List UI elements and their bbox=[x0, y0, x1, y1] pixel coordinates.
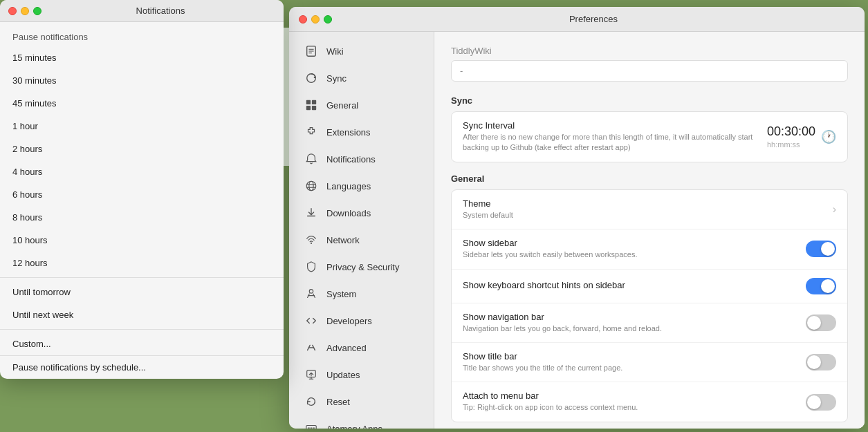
sidebar-item-advanced[interactable]: Advanced bbox=[293, 335, 430, 361]
svg-rect-8 bbox=[312, 106, 316, 110]
navigation-bar-title: Show navigation bar bbox=[463, 312, 806, 322]
keyboard-hints-info: Show keyboard shortcut hints on sidebar bbox=[463, 280, 806, 292]
sync-interval-control[interactable]: 00:30:00 hh:mm:ss 🕐 bbox=[767, 124, 836, 149]
notif-schedule-item[interactable]: Pause notifications by schedule... bbox=[0, 355, 284, 379]
advanced-icon bbox=[304, 341, 318, 355]
notifications-icon bbox=[304, 152, 318, 166]
sync-time-format: hh:mm:ss bbox=[767, 140, 815, 149]
preferences-window: Preferences WikiSyncGeneralExtensionsNot… bbox=[289, 7, 865, 429]
sidebar-item-languages[interactable]: Languages bbox=[293, 173, 430, 199]
title-bar-info: Show title barTitle bar shows you the ti… bbox=[463, 351, 806, 373]
reset-icon bbox=[304, 395, 318, 408]
notif-item-0[interactable]: 15 minutes bbox=[0, 46, 284, 69]
sidebar-item-updates[interactable]: Updates bbox=[293, 361, 430, 388]
sidebar-item-label-languages: Languages bbox=[326, 181, 371, 191]
general-card: ThemeSystem default›Show sidebarSidebar … bbox=[451, 189, 848, 422]
downloads-icon bbox=[304, 206, 318, 220]
menu-bar-toggle[interactable] bbox=[806, 394, 836, 411]
sidebar-item-label-notifications: Notifications bbox=[326, 154, 376, 165]
menu-bar-control[interactable] bbox=[806, 394, 836, 411]
svg-rect-5 bbox=[306, 100, 311, 104]
tiddlywiki-value: - bbox=[451, 60, 848, 82]
atomery-icon bbox=[304, 422, 318, 429]
notif-item-8[interactable]: 10 hours bbox=[0, 229, 284, 252]
keyboard-hints-title: Show keyboard shortcut hints on sidebar bbox=[463, 280, 806, 290]
sidebar-item-extensions[interactable]: Extensions bbox=[293, 119, 430, 145]
theme-control[interactable]: › bbox=[833, 203, 836, 216]
title-bar-toggle[interactable] bbox=[806, 354, 836, 370]
sidebar-item-label-developers: Developers bbox=[326, 316, 372, 326]
wiki-icon bbox=[304, 44, 318, 58]
tiddlywiki-label: TiddlyWiki bbox=[451, 46, 848, 56]
sidebar-item-label-system: System bbox=[326, 289, 356, 299]
sidebar-item-label-reset: Reset bbox=[326, 397, 350, 407]
notif-item-6[interactable]: 6 hours bbox=[0, 183, 284, 206]
sidebar-item-label-sync: Sync bbox=[326, 73, 347, 84]
sidebar-item-developers[interactable]: Developers bbox=[293, 308, 430, 334]
notif-item-9[interactable]: 12 hours bbox=[0, 252, 284, 274]
sidebar-item-wiki[interactable]: Wiki bbox=[293, 38, 430, 64]
minimize-button[interactable] bbox=[21, 7, 29, 15]
sidebar-item-label-extensions: Extensions bbox=[326, 127, 371, 138]
notif-item-3[interactable]: 1 hour bbox=[0, 115, 284, 138]
notif-item-4[interactable]: 2 hours bbox=[0, 138, 284, 160]
extensions-icon bbox=[304, 125, 318, 139]
prefs-window-title: Preferences bbox=[332, 14, 855, 24]
sidebar-item-privacy[interactable]: Privacy & Security bbox=[293, 254, 430, 280]
navigation-bar-toggle[interactable] bbox=[806, 314, 836, 331]
navigation-bar-control[interactable] bbox=[806, 314, 836, 331]
notif-panel-title: Notifications bbox=[46, 6, 275, 16]
prefs-body: WikiSyncGeneralExtensionsNotificationsLa… bbox=[289, 32, 865, 429]
notif-item-7[interactable]: 8 hours bbox=[0, 206, 284, 229]
notifications-panel: Notifications Pause notifications 15 min… bbox=[0, 0, 284, 379]
general-section-title: General bbox=[451, 173, 848, 184]
keyboard-hints-control[interactable] bbox=[806, 278, 836, 294]
clock-icon: 🕐 bbox=[821, 129, 836, 144]
theme-desc: System default bbox=[463, 210, 833, 220]
sync-icon bbox=[304, 71, 318, 85]
theme-title: Theme bbox=[463, 198, 833, 209]
svg-point-13 bbox=[311, 243, 312, 244]
sidebar-item-notifications[interactable]: Notifications bbox=[293, 146, 430, 172]
sidebar-item-reset[interactable]: Reset bbox=[293, 388, 430, 415]
general-row-show-sidebar: Show sidebarSidebar lets you switch easi… bbox=[452, 229, 847, 269]
menu-bar-desc: Tip: Right-click on app icon to access c… bbox=[463, 402, 806, 413]
show-sidebar-control[interactable] bbox=[806, 241, 836, 257]
notif-item-1[interactable]: 30 minutes bbox=[0, 69, 284, 92]
general-row-keyboard-hints: Show keyboard shortcut hints on sidebar bbox=[452, 270, 847, 303]
sidebar-item-general[interactable]: General bbox=[293, 92, 430, 118]
prefs-maximize-button[interactable] bbox=[324, 15, 332, 24]
sidebar-item-atomery[interactable]: Atomery Apps bbox=[293, 415, 430, 429]
keyboard-hints-toggle[interactable] bbox=[806, 278, 836, 294]
notif-item-12[interactable]: Custom... bbox=[0, 332, 284, 355]
sync-time-value[interactable]: 00:30:00 bbox=[767, 124, 815, 139]
notif-items-list: 15 minutes30 minutes45 minutes1 hour2 ho… bbox=[0, 46, 284, 355]
sidebar-item-system[interactable]: System bbox=[293, 281, 430, 307]
svg-rect-7 bbox=[306, 106, 311, 110]
notif-item-2[interactable]: 45 minutes bbox=[0, 92, 284, 115]
notif-item-5[interactable]: 4 hours bbox=[0, 160, 284, 183]
notif-item-11[interactable]: Until next week bbox=[0, 303, 284, 326]
keyboard-hints-toggle-knob bbox=[821, 279, 835, 293]
system-icon bbox=[304, 287, 318, 301]
prefs-traffic-lights bbox=[299, 15, 332, 24]
show-sidebar-info: Show sidebarSidebar lets you switch easi… bbox=[463, 238, 806, 260]
title-bar-control[interactable] bbox=[806, 354, 836, 370]
show-sidebar-toggle[interactable] bbox=[806, 241, 836, 257]
sidebar-item-downloads[interactable]: Downloads bbox=[293, 200, 430, 226]
menu-bar-title: Attach to menu bar bbox=[463, 391, 806, 401]
show-sidebar-toggle-knob bbox=[821, 242, 835, 256]
prefs-main-content: TiddlyWiki - Sync Sync Interval After th… bbox=[434, 32, 865, 429]
notif-item-10[interactable]: Until tomorrow bbox=[0, 281, 284, 303]
prefs-close-button[interactable] bbox=[299, 15, 307, 24]
maximize-button[interactable] bbox=[33, 7, 41, 15]
notif-header: Pause notifications bbox=[0, 22, 284, 46]
close-button[interactable] bbox=[8, 7, 17, 15]
sidebar-item-label-wiki: Wiki bbox=[326, 46, 344, 57]
sidebar-item-sync[interactable]: Sync bbox=[293, 65, 430, 91]
svg-rect-6 bbox=[312, 100, 316, 104]
sync-interval-desc: After there is no new change for more th… bbox=[463, 132, 767, 153]
prefs-minimize-button[interactable] bbox=[311, 15, 320, 24]
sidebar-item-network[interactable]: Network bbox=[293, 227, 430, 253]
sidebar-item-label-atomery: Atomery Apps bbox=[326, 424, 382, 429]
